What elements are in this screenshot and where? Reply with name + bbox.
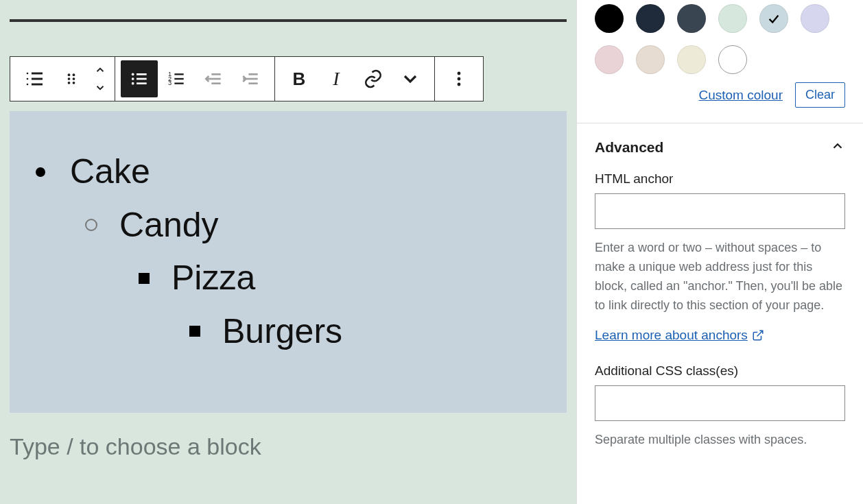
color-swatch[interactable] bbox=[636, 4, 665, 33]
css-classes-input[interactable] bbox=[595, 385, 845, 421]
drag-handle-icon[interactable] bbox=[53, 60, 90, 97]
color-swatch[interactable] bbox=[801, 4, 829, 33]
svg-point-6 bbox=[68, 73, 71, 76]
list-item-text[interactable]: Pizza bbox=[172, 252, 255, 305]
bullet-circle-icon bbox=[85, 219, 97, 231]
advanced-panel-toggle[interactable]: Advanced bbox=[577, 123, 863, 171]
svg-point-16 bbox=[132, 77, 134, 80]
bullet-square-icon bbox=[189, 326, 200, 337]
color-swatch[interactable] bbox=[595, 45, 624, 74]
svg-point-3 bbox=[27, 73, 29, 75]
separator-block bbox=[10, 19, 567, 22]
custom-colour-link[interactable]: Custom colour bbox=[698, 88, 783, 103]
block-options-button[interactable] bbox=[440, 60, 477, 97]
svg-point-32 bbox=[458, 83, 461, 86]
svg-line-33 bbox=[757, 331, 762, 336]
svg-point-9 bbox=[73, 77, 75, 80]
css-classes-help: Separate multiple classes with spaces. bbox=[595, 431, 845, 450]
svg-point-7 bbox=[73, 73, 75, 76]
bullet-square-icon bbox=[139, 273, 150, 284]
block-appender-placeholder[interactable]: Type / to choose a block bbox=[10, 433, 567, 460]
unordered-list-button[interactable] bbox=[121, 60, 158, 97]
svg-point-15 bbox=[132, 73, 134, 75]
svg-point-5 bbox=[27, 84, 29, 86]
ordered-list-button[interactable]: 123 bbox=[158, 60, 195, 97]
chevron-up-icon bbox=[830, 139, 845, 156]
list-block[interactable]: Cake Candy Pizza Burgers bbox=[10, 111, 567, 413]
svg-point-31 bbox=[458, 77, 461, 81]
block-toolbar: 123 B I bbox=[10, 56, 484, 101]
list-item-text[interactable]: Cake bbox=[70, 145, 150, 199]
move-down-button[interactable] bbox=[91, 79, 109, 97]
learn-anchors-text: Learn more about anchors bbox=[595, 328, 748, 343]
more-richtext-button[interactable] bbox=[392, 60, 429, 97]
link-button[interactable] bbox=[355, 60, 392, 97]
learn-anchors-link[interactable]: Learn more about anchors bbox=[595, 328, 764, 343]
svg-point-11 bbox=[73, 82, 75, 84]
settings-sidebar: Custom colour Clear Advanced HTML anchor… bbox=[576, 0, 863, 504]
color-swatch[interactable] bbox=[759, 4, 788, 33]
bold-button[interactable]: B bbox=[281, 60, 318, 97]
external-link-icon bbox=[752, 329, 764, 341]
list-item-text[interactable]: Burgers bbox=[222, 305, 342, 359]
indent-button[interactable] bbox=[232, 60, 269, 97]
color-swatch[interactable] bbox=[718, 45, 747, 74]
svg-point-8 bbox=[68, 77, 71, 80]
svg-point-10 bbox=[68, 82, 71, 84]
color-swatch[interactable] bbox=[677, 45, 706, 74]
html-anchor-label: HTML anchor bbox=[595, 171, 845, 187]
css-classes-label: Additional CSS class(es) bbox=[595, 363, 845, 379]
html-anchor-input[interactable] bbox=[595, 193, 845, 229]
svg-text:3: 3 bbox=[168, 80, 172, 86]
color-swatches bbox=[577, 0, 863, 82]
color-swatch[interactable] bbox=[636, 45, 665, 74]
svg-point-4 bbox=[27, 78, 29, 80]
bullet-disc-icon bbox=[36, 167, 45, 177]
color-swatch[interactable] bbox=[595, 4, 624, 33]
html-anchor-help: Enter a word or two – without spaces – t… bbox=[595, 239, 845, 315]
clear-colour-button[interactable]: Clear bbox=[795, 82, 845, 108]
svg-point-30 bbox=[458, 72, 461, 75]
block-type-list-icon[interactable] bbox=[16, 60, 53, 97]
advanced-panel-title: Advanced bbox=[595, 139, 663, 156]
list-item-text[interactable]: Candy bbox=[119, 199, 219, 252]
editor-canvas[interactable]: 123 B I Cake Candy P bbox=[0, 0, 576, 504]
italic-button[interactable]: I bbox=[318, 60, 355, 97]
outdent-button[interactable] bbox=[195, 60, 232, 97]
color-swatch[interactable] bbox=[718, 4, 747, 33]
move-up-button[interactable] bbox=[91, 61, 109, 79]
svg-point-17 bbox=[132, 82, 134, 85]
color-swatch[interactable] bbox=[677, 4, 706, 33]
